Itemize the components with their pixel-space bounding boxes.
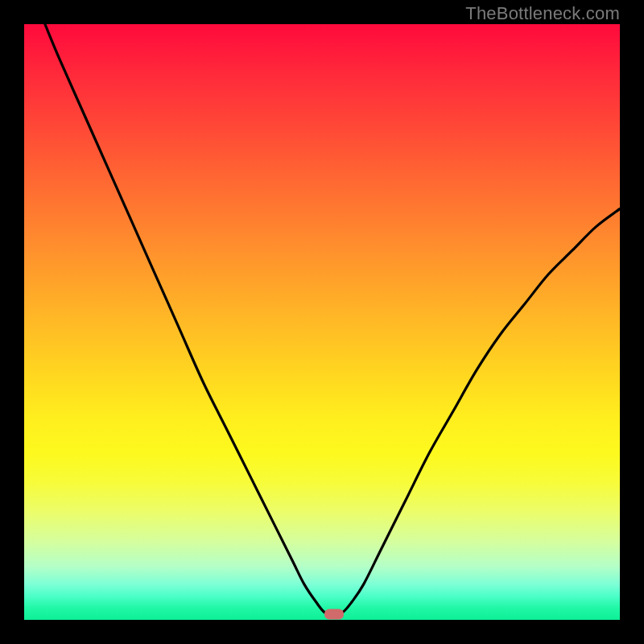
watermark-text: TheBottleneck.com — [465, 3, 620, 24]
plot-area — [24, 24, 620, 620]
bottleneck-curve — [45, 24, 620, 614]
minimum-marker — [324, 609, 344, 619]
chart-frame: TheBottleneck.com — [0, 0, 644, 644]
curve-svg — [24, 24, 620, 620]
